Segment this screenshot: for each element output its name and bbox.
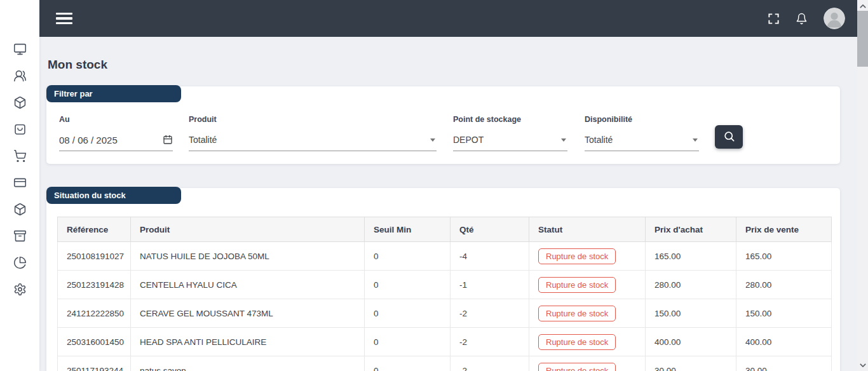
chevron-down-icon xyxy=(693,138,698,142)
cell-statut: Rupture de stock xyxy=(529,328,646,356)
scrollbar-thumb[interactable] xyxy=(857,11,868,67)
app-screen: Mon stock Filtrer par Au 08 / 06 / 2025 … xyxy=(0,0,868,371)
scrollbar-down-arrow[interactable] xyxy=(857,360,868,370)
disponibilite-select[interactable]: Totalité xyxy=(585,131,699,151)
date-field: Au 08 / 06 / 2025 xyxy=(59,115,173,151)
sidebar-item-archive[interactable] xyxy=(11,231,28,244)
filter-panel-title: Filtrer par xyxy=(46,85,181,102)
sidebar-item-reports[interactable] xyxy=(11,257,28,271)
cell-prix-vente: 280.00 xyxy=(736,271,832,299)
filter-panel: Filtrer par Au 08 / 06 / 2025 Produit To… xyxy=(46,86,840,164)
table-row: 250316001450 HEAD SPA ANTI PELLICULAIRE … xyxy=(58,328,832,356)
settings-icon xyxy=(13,283,27,299)
status-badge: Rupture de stock xyxy=(538,334,616,350)
users-icon xyxy=(13,69,27,85)
credit-card-icon xyxy=(13,176,27,192)
col-qte: Qté xyxy=(451,217,529,242)
sidebar-item-payments[interactable] xyxy=(11,177,28,191)
cell-qte: -2 xyxy=(451,356,529,371)
disponibilite-label: Disponibilité xyxy=(585,115,699,124)
cell-seuil-min: 0 xyxy=(365,242,451,271)
table-row: 250123191428 CENTELLA HYALU CICA 0 -1 Ru… xyxy=(58,271,832,299)
filter-row: Au 08 / 06 / 2025 Produit Totalité xyxy=(59,115,827,151)
fullscreen-icon[interactable] xyxy=(768,13,780,25)
sidebar-item-products[interactable] xyxy=(11,97,28,111)
search-button[interactable] xyxy=(715,125,743,149)
cell-prix-achat: 165.00 xyxy=(646,242,736,271)
cell-statut: Rupture de stock xyxy=(529,242,646,271)
cell-statut: Rupture de stock xyxy=(529,356,646,371)
cell-reference: 250108191027 xyxy=(58,242,131,271)
cell-reference: 250123191428 xyxy=(58,271,131,299)
shopping-cart-icon xyxy=(13,149,27,165)
cell-produit: CERAVE GEL MOUSSANT 473ML xyxy=(131,299,365,328)
status-badge: Rupture de stock xyxy=(538,277,616,293)
stockage-field: Point de stockage DEPOT xyxy=(453,115,567,151)
cell-prix-vente: 150.00 xyxy=(736,299,832,328)
topbar-actions xyxy=(768,8,845,29)
topbar xyxy=(39,0,857,37)
cell-reference: 250316001450 xyxy=(58,328,131,356)
cell-seuil-min: 0 xyxy=(365,356,451,371)
cell-produit: CENTELLA HYALU CICA xyxy=(131,271,365,299)
stockage-value: DEPOT xyxy=(453,135,484,145)
status-badge: Rupture de stock xyxy=(538,248,616,264)
notifications-icon[interactable] xyxy=(796,13,808,25)
package-icon xyxy=(13,96,27,112)
cell-statut: Rupture de stock xyxy=(529,299,646,328)
cell-prix-vente: 400.00 xyxy=(736,328,832,356)
produit-value: Totalité xyxy=(189,135,217,145)
monitor-icon xyxy=(13,43,27,58)
cell-prix-vente: 165.00 xyxy=(736,242,832,271)
status-badge: Rupture de stock xyxy=(538,363,616,371)
sidebar-item-settings[interactable] xyxy=(11,284,28,297)
date-input[interactable]: 08 / 06 / 2025 xyxy=(59,131,173,151)
disponibilite-field: Disponibilité Totalité xyxy=(585,115,699,151)
shopping-bag-icon xyxy=(13,123,27,138)
stockage-select[interactable]: DEPOT xyxy=(453,131,567,151)
cell-qte: -2 xyxy=(451,328,529,356)
pie-chart-icon xyxy=(13,256,27,272)
avatar[interactable] xyxy=(824,8,845,29)
sidebar xyxy=(0,0,39,371)
menu-icon[interactable] xyxy=(56,13,72,25)
stock-table: Référence Produit Seuil Min Qté Statut P… xyxy=(57,217,832,371)
cell-produit: HEAD SPA ANTI PELLICULAIRE xyxy=(131,328,365,356)
sidebar-item-dashboard[interactable] xyxy=(11,44,28,57)
produit-field: Produit Totalité xyxy=(189,115,437,151)
date-label: Au xyxy=(59,115,173,124)
col-statut: Statut xyxy=(529,217,646,242)
table-row: 241212222850 CERAVE GEL MOUSSANT 473ML 0… xyxy=(58,299,832,328)
table-header-row: Référence Produit Seuil Min Qté Statut P… xyxy=(58,217,832,242)
cell-qte: -1 xyxy=(451,271,529,299)
chevron-down-icon xyxy=(561,138,566,142)
table-row: 250117193244 natus savon 0 -2 Rupture de… xyxy=(58,356,832,371)
main-content: Mon stock Filtrer par Au 08 / 06 / 2025 … xyxy=(39,37,857,371)
scrollbar-up-arrow[interactable] xyxy=(857,1,868,11)
col-prix-achat: Prix d'achat xyxy=(646,217,736,242)
stock-panel-title: Situation du stock xyxy=(46,187,181,204)
cell-seuil-min: 0 xyxy=(365,271,451,299)
archive-icon xyxy=(13,229,27,245)
scrollbar[interactable] xyxy=(857,0,868,371)
cell-prix-achat: 30.00 xyxy=(646,356,736,371)
page-title: Mon stock xyxy=(48,58,857,72)
col-prix-vente: Prix de vente xyxy=(736,217,832,242)
sidebar-item-users[interactable] xyxy=(11,71,28,84)
table-row: 250108191027 NATUS HUILE DE JOJOBA 50ML … xyxy=(58,242,832,271)
col-seuil-min: Seuil Min xyxy=(365,217,451,242)
produit-select[interactable]: Totalité xyxy=(189,131,437,151)
col-produit: Produit xyxy=(131,217,365,242)
sidebar-item-sales[interactable] xyxy=(11,151,28,164)
date-value: 08 / 06 / 2025 xyxy=(59,135,118,145)
col-reference: Référence xyxy=(58,217,131,242)
calendar-icon[interactable] xyxy=(163,135,173,145)
cell-prix-vente: 30.00 xyxy=(736,356,832,371)
sidebar-item-purchases[interactable] xyxy=(11,124,28,137)
produit-label: Produit xyxy=(189,115,437,124)
cell-prix-achat: 280.00 xyxy=(646,271,736,299)
cell-prix-achat: 150.00 xyxy=(646,299,736,328)
cell-seuil-min: 0 xyxy=(365,328,451,356)
sidebar-item-stock[interactable] xyxy=(11,204,28,217)
status-badge: Rupture de stock xyxy=(538,306,616,321)
